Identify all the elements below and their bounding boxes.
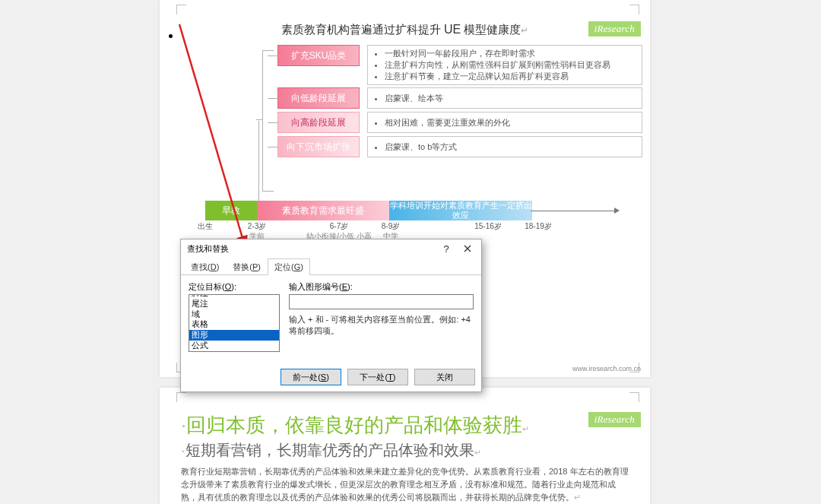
diagram: 扩充SKU品类 一般针对同一年龄段用户，存在即时需求 注意扩科方向性，从刚需性强… [160,45,650,258]
close-dialog-button[interactable]: 关闭 [414,369,475,385]
footer-link: www.iresearch.com.cn [572,365,641,372]
dialog-tabs: 查找(D) 替换(P) 定位(G) [181,258,481,275]
listbox-item[interactable]: 尾注 [189,299,279,309]
page2-body: 教育行业短期靠营销，长期靠优秀的产品体验和效果来建立差异化的竞争优势。从素质教育… [181,465,632,504]
goto-hint: 输入 + 和 - 可将相关内容移至当前位置。例如: +4 将前移四项。 [289,314,474,337]
tab-find[interactable]: 查找(D) [184,258,226,275]
desc-higher-age: 相对困难，需要更注重效果的外化 [367,112,642,133]
timeline-segment-early: 早教 [205,201,257,220]
brand-badge: iResearch [588,412,641,427]
tab-goto[interactable]: 定位(G) [268,258,310,275]
dialog-titlebar[interactable]: 查找和替换 ? [181,239,481,258]
goto-target-listbox[interactable]: 脚注尾注域表格图形公式 [189,294,280,352]
listbox-item[interactable]: 表格 [189,319,279,330]
timeline-tick: 15-16岁 [474,222,502,232]
desc-lower-age: 启蒙课、绘本等 [367,87,642,109]
goto-number-label: 输入图形编号(E): [289,281,474,293]
document-page-2: iResearch ·回归本质，依靠良好的产品和体验获胜↵ ·短期看营销，长期靠… [160,388,650,504]
close-icon [464,245,471,252]
find-replace-dialog: 查找和替换 ? 查找(D) 替换(P) 定位(G) 定位目标(O): 脚注尾注域… [180,239,482,392]
timeline-tick: 18-19岁 [525,222,552,232]
desc-expand-sku: 一般针对同一年龄段用户，存在即时需求 注意扩科方向性，从刚需性强科目扩展到刚需性… [367,45,642,85]
brand-badge: iResearch [588,21,641,36]
timeline-segment-subject: 学科培训开始对素质教育产生一定挤出效应 [389,201,532,220]
tag-lower-age: 向低龄段延展 [277,87,360,109]
tab-replace[interactable]: 替换(P) [226,258,268,275]
desc-sink-market: 启蒙课、to b等方式 [367,136,642,157]
page2-heading: ·回归本质，依靠良好的产品和体验获胜↵ [181,412,650,439]
timeline-segment-quality: 素质教育需求最旺盛 [257,201,389,220]
listbox-item[interactable]: 图形 [189,330,279,341]
next-button[interactable]: 下一处(T) [347,369,408,385]
tag-higher-age: 向高龄段延展 [277,112,360,133]
previous-button[interactable]: 前一处(S) [281,369,341,385]
goto-number-input[interactable] [289,294,474,309]
timeline: 早教 素质教育需求最旺盛 学科培训开始对素质教育产生一定挤出效应 出生2-3岁学… [205,201,620,242]
close-button[interactable] [457,241,478,256]
listbox-item[interactable]: 公式 [189,341,279,351]
list-bullet [169,34,173,38]
goto-target-label: 定位目标(O): [189,281,280,293]
tag-sink-market: 向下沉市场扩张 [277,136,360,157]
listbox-item[interactable]: 域 [189,309,279,320]
page2-subheading: ·短期看营销，长期靠优秀的产品体验和效果↵ [181,440,650,461]
timeline-arrow [532,201,620,220]
tag-expand-sku: 扩充SKU品类 [277,45,360,66]
timeline-tick: 出生 [198,222,213,232]
help-button[interactable]: ? [436,241,457,256]
page-title: 素质教育机构普遍通过扩科提升 UE 模型健康度↵ [160,23,650,37]
dialog-title: 查找和替换 [187,243,436,255]
